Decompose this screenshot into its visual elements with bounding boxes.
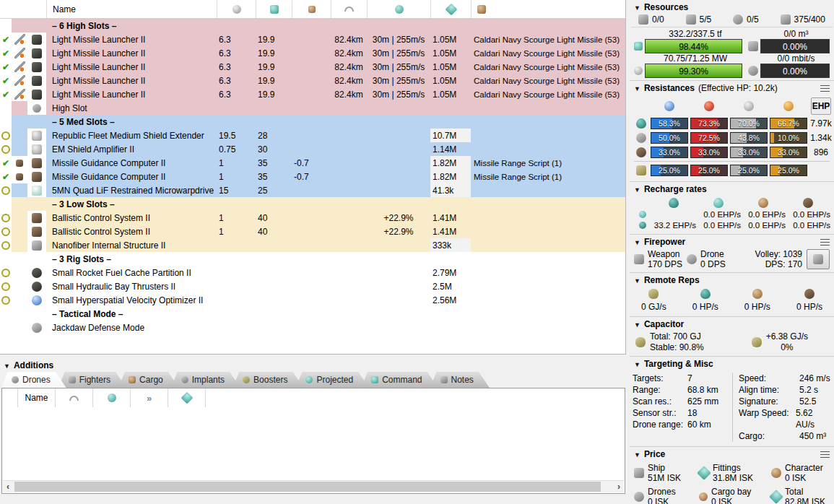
capacitor-value xyxy=(292,321,331,334)
stat-label: Cargo: xyxy=(739,430,799,442)
collapse-triangle-icon[interactable] xyxy=(634,237,640,247)
scroll-right-arrow-icon[interactable] xyxy=(614,482,624,492)
rigs-slots: 0/5 xyxy=(733,14,759,25)
ehp-button[interactable]: EHP xyxy=(811,97,831,115)
powergrid-icon xyxy=(634,66,643,75)
tab-boosters[interactable]: Boosters xyxy=(233,372,303,388)
tab-fighters[interactable]: Fighters xyxy=(58,372,126,388)
cpu-value: 19.9 xyxy=(256,32,292,46)
price-value: 0 ISK xyxy=(648,497,676,504)
resources-title: Resources xyxy=(644,2,688,12)
collapse-triangle-icon[interactable] xyxy=(634,319,640,329)
charge-name: Caldari Navy Scourge Light Missile (53) xyxy=(471,60,625,74)
chevrons-column-header xyxy=(131,388,168,407)
tab-label: Drones xyxy=(22,375,51,385)
price-value: 2.79M xyxy=(430,266,471,279)
scrollbar-thumb[interactable] xyxy=(14,482,601,492)
charge-icon-cell xyxy=(12,101,27,115)
menu-icon[interactable] xyxy=(820,85,830,92)
fitting-row[interactable]: Ballistic Control System II140+22.9%1.41… xyxy=(0,225,625,238)
capacitor-value xyxy=(292,142,331,156)
cpu-value: 35 xyxy=(256,156,292,170)
kinetic-icon xyxy=(744,101,754,111)
kinetic-resistance-bar: 70.0% xyxy=(730,118,768,129)
fitting-row[interactable]: 5MN Quad LiF Restrained Microwarpdrive15… xyxy=(0,183,625,197)
fitting-row[interactable]: Ballistic Control System II140+22.9%1.41… xyxy=(0,211,625,225)
speed-value: 30m | 255m/s xyxy=(367,60,430,74)
additions-panel: Additions DronesFightersCargoImplantsBoo… xyxy=(0,359,627,504)
range-value: 82.4km xyxy=(331,46,367,60)
fitting-row[interactable]: Missile Guidance Computer II135-0.71.82M… xyxy=(0,156,625,170)
dps-graph-button[interactable] xyxy=(807,249,830,269)
fitting-row[interactable]: Republic Fleet Medium Shield Extender19.… xyxy=(0,129,625,142)
slot-group-header[interactable]: – 6 High Slots – xyxy=(0,19,625,32)
capacitor-use-column-header xyxy=(292,0,331,18)
hull-repair-icon xyxy=(803,198,813,208)
collapse-triangle-icon[interactable] xyxy=(4,360,10,370)
module-name: Ballistic Control System II xyxy=(46,225,217,238)
dronebay-group: 0/0 m³ 0.00% xyxy=(748,29,830,53)
fitting-row[interactable]: Light Missile Launcher II6.319.982.4km30… xyxy=(0,74,625,87)
powergrid-value xyxy=(217,238,256,252)
tab-command[interactable]: Command xyxy=(361,372,438,388)
fitting-row[interactable]: Light Missile Launcher II6.319.982.4km30… xyxy=(0,87,625,101)
powergrid-value xyxy=(217,101,256,115)
collapse-triangle-icon[interactable] xyxy=(634,2,640,12)
weapon-value: 170 DPS xyxy=(648,259,682,269)
slot-group-header[interactable]: – Tactical Mode – xyxy=(0,307,625,321)
menu-icon[interactable] xyxy=(820,451,830,458)
tab-label: Projected xyxy=(316,375,353,385)
price-value: 51M ISK xyxy=(648,473,681,483)
collapse-triangle-icon[interactable] xyxy=(634,359,640,369)
collapse-triangle-icon[interactable] xyxy=(634,449,640,459)
collapse-triangle-icon[interactable] xyxy=(634,275,640,285)
price-value: 1.41M xyxy=(430,211,471,225)
horizontal-scrollbar[interactable] xyxy=(3,480,624,492)
drones-icon xyxy=(634,492,644,502)
cpu-value xyxy=(256,238,292,252)
fitting-row[interactable]: Light Missile Launcher II6.319.982.4km30… xyxy=(0,46,625,60)
collapse-triangle-icon[interactable] xyxy=(634,184,640,194)
menu-icon[interactable] xyxy=(820,239,830,246)
weapon-label: Weapon xyxy=(648,249,682,259)
tab-implants[interactable]: Implants xyxy=(171,372,240,388)
slot-group-header[interactable]: – 3 Rig Slots – xyxy=(0,252,625,266)
tab-drones[interactable]: Drones xyxy=(1,372,66,388)
fitting-row[interactable]: Nanofiber Internal Structure II333k xyxy=(0,238,625,252)
charge-name: Caldari Navy Scourge Light Missile (53) xyxy=(471,74,625,87)
fitting-row[interactable]: EM Shield Amplifier II0.75301.14M xyxy=(0,142,625,156)
online-state-icon xyxy=(1,214,10,222)
kinetic-resistance-bar: 25.0% xyxy=(730,165,768,176)
remote-hull-value: 0 HP/s xyxy=(796,302,822,312)
rig-icon xyxy=(32,282,42,292)
stat-label: Range: xyxy=(633,384,687,396)
tab-cargo[interactable]: Cargo xyxy=(118,372,179,388)
charge-icon-cell xyxy=(12,60,27,74)
charge-name xyxy=(471,238,625,252)
speed-value xyxy=(367,183,430,197)
tab-projected[interactable]: Projected xyxy=(295,372,369,388)
capacitor-value xyxy=(292,211,331,225)
price-label: Ship xyxy=(648,463,681,473)
fitting-row[interactable]: Small Hyperspatial Velocity Optimizer II… xyxy=(0,293,625,307)
collapse-triangle-icon[interactable] xyxy=(634,83,640,93)
powergrid-value: 6.3 xyxy=(217,87,256,101)
charge-name: Caldari Navy Scourge Light Missile (53) xyxy=(471,87,625,101)
slot-group-header[interactable]: – 3 Low Slots – xyxy=(0,197,625,211)
fitting-row[interactable]: Light Missile Launcher II6.319.982.4km30… xyxy=(0,32,625,46)
script-icon xyxy=(16,173,23,181)
fitting-row[interactable]: Jackdaw Defense Mode xyxy=(0,321,625,334)
fitting-row[interactable]: Missile Guidance Computer II135-0.71.82M… xyxy=(0,170,625,183)
scroll-left-arrow-icon[interactable] xyxy=(3,482,13,492)
stat-label: Signature: xyxy=(739,396,799,407)
fitting-row[interactable]: Small Rocket Fuel Cache Partition II2.79… xyxy=(0,266,625,279)
tab-notes[interactable]: Notes xyxy=(430,372,490,388)
range-value xyxy=(331,142,367,156)
fitting-row[interactable]: Small Hydraulic Bay Thrusters II2.5M xyxy=(0,279,625,293)
module-icon-cell xyxy=(27,46,46,60)
state-cell xyxy=(0,279,12,293)
slot-group-header[interactable]: – 5 Med Slots – xyxy=(0,115,625,129)
fitting-row[interactable]: High Slot xyxy=(0,101,625,115)
online-state-icon xyxy=(1,227,10,236)
fitting-row[interactable]: Light Missile Launcher II6.319.982.4km30… xyxy=(0,60,625,74)
